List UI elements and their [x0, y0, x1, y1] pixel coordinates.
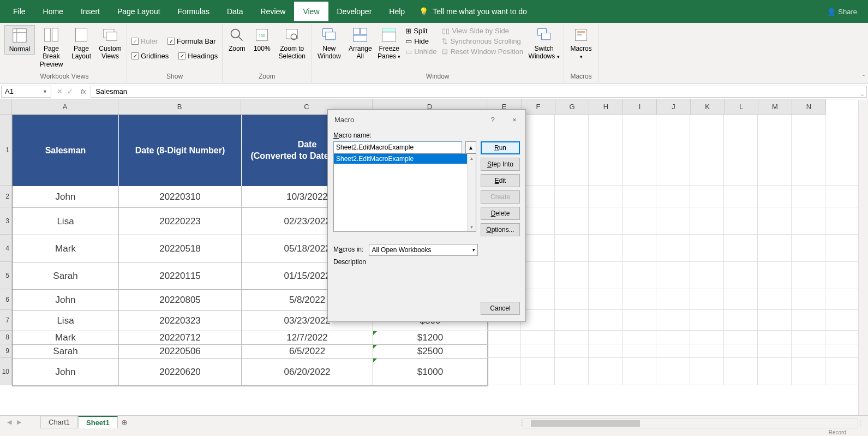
- table-cell[interactable]: Sarah: [13, 345, 119, 359]
- empty-cell[interactable]: [758, 344, 792, 358]
- column-header-F[interactable]: F: [522, 99, 555, 115]
- expand-formula-bar-icon[interactable]: ⌄: [860, 91, 865, 98]
- empty-cell[interactable]: [656, 186, 690, 207]
- empty-cell[interactable]: [656, 115, 690, 186]
- empty-cell[interactable]: [724, 289, 758, 310]
- row-header-5[interactable]: 5: [0, 262, 12, 289]
- row-header-8[interactable]: 8: [0, 331, 12, 344]
- dialog-help-button[interactable]: ?: [482, 110, 504, 129]
- empty-cell[interactable]: [487, 331, 521, 344]
- column-header-G[interactable]: G: [555, 99, 589, 115]
- edit-button[interactable]: Edit: [481, 174, 520, 187]
- switch-windows-button[interactable]: Switch Windows ▾: [526, 25, 561, 62]
- table-cell[interactable]: Lisa: [13, 310, 119, 331]
- macros-button[interactable]: Macros▾: [566, 25, 596, 62]
- table-cell[interactable]: 6/5/2022: [242, 345, 373, 359]
- freeze-panes-button[interactable]: Freeze Panes ▾: [376, 25, 402, 62]
- empty-cell[interactable]: [690, 207, 724, 235]
- empty-cell[interactable]: [758, 262, 792, 289]
- empty-cell[interactable]: [690, 186, 724, 207]
- column-header-A[interactable]: A: [12, 99, 118, 115]
- tab-help[interactable]: Help: [380, 2, 414, 21]
- table-cell[interactable]: 20220506: [119, 345, 242, 359]
- empty-cell[interactable]: [724, 207, 758, 235]
- row-header-9[interactable]: 9: [0, 344, 12, 358]
- empty-cell[interactable]: [656, 262, 690, 289]
- empty-cell[interactable]: [589, 262, 622, 289]
- empty-cell[interactable]: [589, 344, 622, 358]
- empty-cell[interactable]: [792, 235, 825, 262]
- empty-cell[interactable]: [656, 310, 690, 331]
- empty-cell[interactable]: [758, 115, 792, 186]
- empty-cell[interactable]: [792, 289, 825, 310]
- empty-cell[interactable]: [792, 331, 825, 344]
- table-cell[interactable]: Lisa: [13, 208, 119, 235]
- tab-formulas[interactable]: Formulas: [169, 2, 218, 21]
- empty-cell[interactable]: [589, 235, 622, 262]
- empty-cell[interactable]: [622, 344, 656, 358]
- empty-cell[interactable]: [555, 344, 589, 358]
- macro-list-scrollbar[interactable]: ▲ ▼: [467, 154, 476, 231]
- macros-in-select[interactable]: All Open Workbooks ▾: [369, 244, 478, 256]
- tab-view[interactable]: View: [294, 2, 328, 21]
- empty-cell[interactable]: [589, 358, 622, 385]
- table-cell[interactable]: $1200: [373, 331, 488, 345]
- share-button[interactable]: 👤 Share: [827, 8, 857, 16]
- empty-cell[interactable]: [521, 207, 555, 235]
- empty-cell[interactable]: [825, 262, 859, 289]
- custom-views-button[interactable]: Custom Views: [96, 25, 124, 62]
- empty-cell[interactable]: [521, 358, 555, 385]
- empty-cell[interactable]: [724, 186, 758, 207]
- empty-cell[interactable]: [758, 358, 792, 385]
- table-cell[interactable]: 20220323: [119, 310, 242, 331]
- empty-cell[interactable]: [825, 207, 859, 235]
- empty-cell[interactable]: [825, 186, 859, 207]
- sheet-tab-chart1[interactable]: Chart1: [40, 416, 78, 428]
- empty-cell[interactable]: [758, 310, 792, 331]
- fx-icon[interactable]: fx: [77, 87, 89, 95]
- table-cell[interactable]: 20220223: [119, 208, 242, 235]
- row-header-2[interactable]: 2: [0, 186, 12, 207]
- tab-insert[interactable]: Insert: [72, 2, 109, 21]
- scroll-thumb[interactable]: [531, 420, 640, 427]
- column-header-M[interactable]: M: [758, 99, 792, 115]
- zoom-button[interactable]: Zoom: [225, 25, 249, 53]
- vertical-scrollbar[interactable]: [858, 100, 868, 415]
- empty-cell[interactable]: [690, 344, 724, 358]
- tab-split-handle[interactable]: ⋮: [857, 419, 868, 426]
- empty-cell[interactable]: [622, 358, 656, 385]
- empty-cell[interactable]: [792, 115, 825, 186]
- cancel-button[interactable]: Cancel: [481, 302, 520, 315]
- table-cell[interactable]: John: [13, 290, 119, 310]
- empty-cell[interactable]: [792, 207, 825, 235]
- page-break-preview-button[interactable]: Page Break Preview: [36, 25, 67, 69]
- empty-cell[interactable]: [825, 235, 859, 262]
- tell-me-search[interactable]: 💡 Tell me what you want to do: [419, 7, 527, 16]
- enter-icon[interactable]: ✓: [67, 87, 73, 95]
- macro-name-input[interactable]: [333, 141, 462, 153]
- table-header[interactable]: Date (8-Digit Number): [119, 115, 242, 186]
- empty-cell[interactable]: [724, 344, 758, 358]
- empty-cell[interactable]: [555, 262, 589, 289]
- dialog-titlebar[interactable]: Macro ? ×: [328, 110, 525, 129]
- name-box[interactable]: A1 ▼: [1, 86, 51, 98]
- scroll-up-icon[interactable]: ▲: [468, 154, 476, 163]
- empty-cell[interactable]: [622, 310, 656, 331]
- empty-cell[interactable]: [690, 358, 724, 385]
- zoom-selection-button[interactable]: Zoom to Selection: [275, 25, 309, 62]
- table-cell[interactable]: $1000: [373, 359, 488, 386]
- delete-button[interactable]: Delete: [481, 207, 520, 220]
- hide-button[interactable]: ▭Hide: [404, 37, 438, 46]
- empty-cell[interactable]: [555, 235, 589, 262]
- table-cell[interactable]: 20220518: [119, 235, 242, 262]
- empty-cell[interactable]: [521, 310, 555, 331]
- dropdown-icon[interactable]: ▼: [43, 89, 47, 94]
- empty-cell[interactable]: [622, 331, 656, 344]
- arrange-all-button[interactable]: Arrange All: [345, 25, 375, 62]
- empty-cell[interactable]: [555, 310, 589, 331]
- table-cell[interactable]: 20220620: [119, 359, 242, 386]
- empty-cell[interactable]: [724, 262, 758, 289]
- table-cell[interactable]: 12/7/2022: [242, 331, 373, 345]
- zoom-100-button[interactable]: 100 100%: [250, 25, 274, 53]
- tab-home[interactable]: Home: [34, 2, 72, 21]
